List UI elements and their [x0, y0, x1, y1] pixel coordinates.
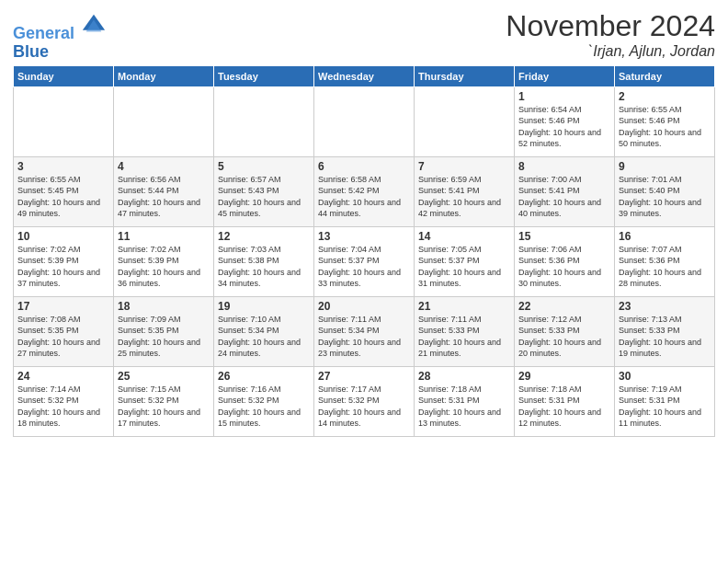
header: General Blue November 2024 `Irjan, Ajlun… [13, 9, 715, 62]
day-info: Sunrise: 7:05 AM Sunset: 5:37 PM Dayligh… [418, 244, 510, 290]
day-number: 27 [318, 370, 410, 383]
day-info: Sunrise: 7:00 AM Sunset: 5:41 PM Dayligh… [518, 174, 610, 220]
day-number: 15 [518, 230, 610, 243]
table-row: 18Sunrise: 7:09 AM Sunset: 5:35 PM Dayli… [114, 296, 214, 366]
table-row: 12Sunrise: 7:03 AM Sunset: 5:38 PM Dayli… [214, 226, 314, 296]
table-row: 3Sunrise: 6:55 AM Sunset: 5:45 PM Daylig… [14, 156, 114, 226]
table-row: 26Sunrise: 7:16 AM Sunset: 5:32 PM Dayli… [214, 366, 314, 436]
table-row: 28Sunrise: 7:18 AM Sunset: 5:31 PM Dayli… [415, 366, 515, 436]
day-info: Sunrise: 7:11 AM Sunset: 5:34 PM Dayligh… [318, 314, 410, 360]
day-number: 25 [118, 370, 210, 383]
day-info: Sunrise: 7:13 AM Sunset: 5:33 PM Dayligh… [619, 314, 711, 360]
col-friday: Friday [515, 65, 615, 86]
table-row: 7Sunrise: 6:59 AM Sunset: 5:41 PM Daylig… [415, 156, 515, 226]
day-number: 5 [218, 160, 310, 173]
table-row: 2Sunrise: 6:55 AM Sunset: 5:46 PM Daylig… [615, 86, 715, 156]
month-title: November 2024 [506, 9, 715, 43]
day-info: Sunrise: 7:10 AM Sunset: 5:34 PM Dayligh… [218, 314, 310, 360]
col-tuesday: Tuesday [214, 65, 314, 86]
col-saturday: Saturday [615, 65, 715, 86]
day-info: Sunrise: 6:56 AM Sunset: 5:44 PM Dayligh… [118, 174, 210, 220]
table-row: 4Sunrise: 6:56 AM Sunset: 5:44 PM Daylig… [114, 156, 214, 226]
page-container: General Blue November 2024 `Irjan, Ajlun… [0, 0, 728, 446]
day-number: 26 [218, 370, 310, 383]
table-row: 22Sunrise: 7:12 AM Sunset: 5:33 PM Dayli… [515, 296, 615, 366]
table-row: 19Sunrise: 7:10 AM Sunset: 5:34 PM Dayli… [214, 296, 314, 366]
day-info: Sunrise: 6:55 AM Sunset: 5:46 PM Dayligh… [619, 104, 711, 150]
table-row [114, 86, 214, 156]
day-number: 17 [17, 300, 109, 313]
day-number: 6 [318, 160, 410, 173]
calendar-week-row: 1Sunrise: 6:54 AM Sunset: 5:46 PM Daylig… [14, 86, 715, 156]
logo: General Blue [13, 13, 107, 62]
day-number: 4 [118, 160, 210, 173]
day-number: 18 [118, 300, 210, 313]
day-info: Sunrise: 7:01 AM Sunset: 5:40 PM Dayligh… [619, 174, 711, 220]
day-info: Sunrise: 6:58 AM Sunset: 5:42 PM Dayligh… [318, 174, 410, 220]
table-row: 9Sunrise: 7:01 AM Sunset: 5:40 PM Daylig… [615, 156, 715, 226]
day-info: Sunrise: 6:55 AM Sunset: 5:45 PM Dayligh… [17, 174, 109, 220]
header-row: Sunday Monday Tuesday Wednesday Thursday… [14, 65, 715, 86]
day-number: 23 [619, 300, 711, 313]
day-info: Sunrise: 7:19 AM Sunset: 5:31 PM Dayligh… [619, 384, 711, 430]
day-info: Sunrise: 7:11 AM Sunset: 5:33 PM Dayligh… [418, 314, 510, 360]
table-row: 8Sunrise: 7:00 AM Sunset: 5:41 PM Daylig… [515, 156, 615, 226]
col-sunday: Sunday [14, 65, 114, 86]
logo-line2: Blue [13, 42, 49, 61]
day-info: Sunrise: 6:57 AM Sunset: 5:43 PM Dayligh… [218, 174, 310, 220]
day-info: Sunrise: 6:54 AM Sunset: 5:46 PM Dayligh… [518, 104, 610, 150]
day-number: 2 [619, 90, 711, 103]
day-number: 1 [518, 90, 610, 103]
calendar-week-row: 3Sunrise: 6:55 AM Sunset: 5:45 PM Daylig… [14, 156, 715, 226]
day-number: 12 [218, 230, 310, 243]
logo-line1: General [13, 24, 74, 42]
table-row: 17Sunrise: 7:08 AM Sunset: 5:35 PM Dayli… [14, 296, 114, 366]
table-row: 25Sunrise: 7:15 AM Sunset: 5:32 PM Dayli… [114, 366, 214, 436]
day-number: 8 [518, 160, 610, 173]
table-row: 15Sunrise: 7:06 AM Sunset: 5:36 PM Dayli… [515, 226, 615, 296]
col-monday: Monday [114, 65, 214, 86]
table-row: 14Sunrise: 7:05 AM Sunset: 5:37 PM Dayli… [415, 226, 515, 296]
calendar-table: Sunday Monday Tuesday Wednesday Thursday… [13, 65, 715, 437]
day-number: 21 [418, 300, 510, 313]
day-info: Sunrise: 7:12 AM Sunset: 5:33 PM Dayligh… [518, 314, 610, 360]
calendar-week-row: 17Sunrise: 7:08 AM Sunset: 5:35 PM Dayli… [14, 296, 715, 366]
table-row: 30Sunrise: 7:19 AM Sunset: 5:31 PM Dayli… [615, 366, 715, 436]
table-row: 23Sunrise: 7:13 AM Sunset: 5:33 PM Dayli… [615, 296, 715, 366]
day-number: 10 [17, 230, 109, 243]
table-row [415, 86, 515, 156]
day-number: 7 [418, 160, 510, 173]
table-row: 24Sunrise: 7:14 AM Sunset: 5:32 PM Dayli… [14, 366, 114, 436]
table-row: 10Sunrise: 7:02 AM Sunset: 5:39 PM Dayli… [14, 226, 114, 296]
logo-icon [81, 13, 107, 39]
day-info: Sunrise: 6:59 AM Sunset: 5:41 PM Dayligh… [418, 174, 510, 220]
day-number: 3 [17, 160, 109, 173]
day-info: Sunrise: 7:02 AM Sunset: 5:39 PM Dayligh… [118, 244, 210, 290]
day-info: Sunrise: 7:09 AM Sunset: 5:35 PM Dayligh… [118, 314, 210, 360]
table-row: 20Sunrise: 7:11 AM Sunset: 5:34 PM Dayli… [314, 296, 415, 366]
day-number: 16 [619, 230, 711, 243]
day-number: 19 [218, 300, 310, 313]
calendar-week-row: 10Sunrise: 7:02 AM Sunset: 5:39 PM Dayli… [14, 226, 715, 296]
day-info: Sunrise: 7:04 AM Sunset: 5:37 PM Dayligh… [318, 244, 410, 290]
day-info: Sunrise: 7:06 AM Sunset: 5:36 PM Dayligh… [518, 244, 610, 290]
day-info: Sunrise: 7:08 AM Sunset: 5:35 PM Dayligh… [17, 314, 109, 360]
day-number: 11 [118, 230, 210, 243]
table-row [314, 86, 415, 156]
table-row [14, 86, 114, 156]
day-number: 30 [619, 370, 711, 383]
day-number: 28 [418, 370, 510, 383]
day-number: 22 [518, 300, 610, 313]
table-row: 13Sunrise: 7:04 AM Sunset: 5:37 PM Dayli… [314, 226, 415, 296]
day-info: Sunrise: 7:18 AM Sunset: 5:31 PM Dayligh… [418, 384, 510, 430]
table-row [214, 86, 314, 156]
day-info: Sunrise: 7:15 AM Sunset: 5:32 PM Dayligh… [118, 384, 210, 430]
day-number: 14 [418, 230, 510, 243]
day-info: Sunrise: 7:02 AM Sunset: 5:39 PM Dayligh… [17, 244, 109, 290]
day-info: Sunrise: 7:16 AM Sunset: 5:32 PM Dayligh… [218, 384, 310, 430]
calendar-week-row: 24Sunrise: 7:14 AM Sunset: 5:32 PM Dayli… [14, 366, 715, 436]
title-block: November 2024 `Irjan, Ajlun, Jordan [506, 9, 715, 60]
table-row: 21Sunrise: 7:11 AM Sunset: 5:33 PM Dayli… [415, 296, 515, 366]
day-number: 9 [619, 160, 711, 173]
day-info: Sunrise: 7:07 AM Sunset: 5:36 PM Dayligh… [619, 244, 711, 290]
